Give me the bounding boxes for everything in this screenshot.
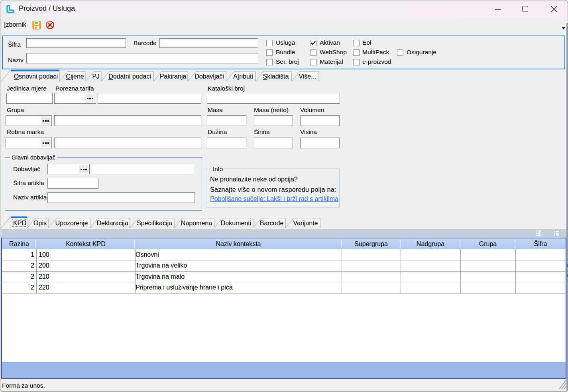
svg-text:Dobavljači: Dobavljači bbox=[195, 73, 224, 80]
svg-text:Osnovni podaci: Osnovni podaci bbox=[14, 73, 58, 80]
svg-text:Varijante: Varijante bbox=[293, 220, 318, 227]
svg-text:Deklaracija: Deklaracija bbox=[96, 220, 128, 227]
svg-text:Pakiranja: Pakiranja bbox=[160, 73, 187, 80]
svg-text:PJ: PJ bbox=[92, 73, 100, 80]
svg-text:Dodatni podaci: Dodatni podaci bbox=[108, 73, 151, 80]
svg-text:Više...: Više... bbox=[299, 73, 316, 80]
svg-text:Skladišta: Skladišta bbox=[263, 73, 289, 80]
svg-text:Barcode: Barcode bbox=[260, 220, 284, 227]
svg-text:Napomena: Napomena bbox=[181, 220, 212, 227]
svg-text:KPD: KPD bbox=[13, 220, 26, 227]
svg-text:Opis: Opis bbox=[33, 220, 47, 227]
svg-text:Atributi: Atributi bbox=[233, 73, 253, 80]
svg-text:Specifikacija: Specifikacija bbox=[137, 220, 172, 227]
svg-text:Upozorenje: Upozorenje bbox=[55, 220, 88, 227]
svg-text:Cijene: Cijene bbox=[66, 73, 84, 80]
svg-text:Dokumenti: Dokumenti bbox=[221, 220, 251, 227]
